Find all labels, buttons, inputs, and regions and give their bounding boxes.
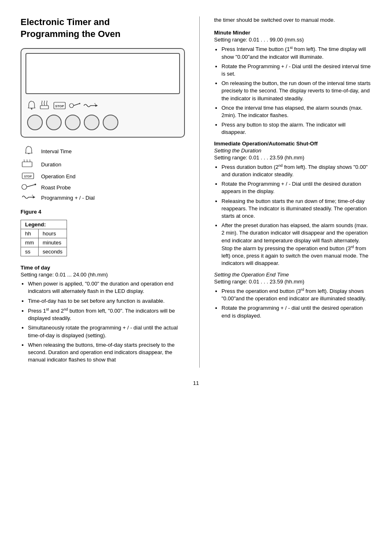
time-of-day-title: Time of day — [21, 265, 185, 271]
setting-operation-end-bullets: Press the operation end button (3rd from… — [214, 287, 371, 320]
legend-meaning-mm: minutes — [38, 238, 67, 247]
sd-bullet-2: Rotate the Programming + / - Dial until … — [221, 180, 371, 195]
tod-bullet-5: When releasing the buttons, time-of-day … — [28, 341, 185, 364]
mm-bullet-3: On releasing the button, the run down of… — [221, 80, 371, 102]
page-title: Electronic Timer and Programming the Ove… — [21, 16, 185, 40]
tod-bullet-1: When power is applied, "0.00" the durati… — [28, 280, 185, 295]
minute-minder-range: Setting range: 0.01 . . . 99.00 (mm.ss) — [214, 37, 371, 43]
tod-bullet-4: Simultaneously rotate the programming + … — [28, 324, 185, 339]
duration-label: Duration — [41, 161, 61, 168]
icon-legend: Interval Time Duration — [21, 145, 185, 202]
legend-table: Legend: hh hours mm minutes ss seconds — [21, 220, 67, 256]
svg-line-22 — [27, 184, 35, 187]
mm-bullet-2: Rotate the Programming + / - Dial until … — [221, 63, 371, 78]
legend-table-row-mm: mm minutes — [21, 238, 67, 247]
setting-operation-end-range: Setting range: 0.01 . . . 23.59 (hh.mm) — [214, 279, 371, 285]
figure-label: Figure 4 — [21, 209, 185, 215]
svg-point-23 — [35, 184, 36, 185]
oven-screen — [25, 53, 180, 94]
soe-bullet-1: Press the operation end button (3rd from… — [221, 287, 371, 303]
immediate-operation-title: Immediate Operation/Automatic Shut-Off — [214, 140, 371, 147]
probe-icon — [69, 101, 81, 110]
svg-line-9 — [74, 104, 80, 106]
mm-bullet-5: Press any button to stop the alarm. The … — [221, 121, 371, 136]
legend-abbr-hh: hh — [21, 229, 39, 238]
svg-point-8 — [69, 104, 74, 108]
oven-button-2[interactable] — [46, 115, 62, 130]
oven-button-3[interactable] — [65, 115, 81, 130]
svg-line-1 — [31, 109, 32, 110]
svg-rect-15 — [22, 162, 32, 167]
svg-text:+: + — [94, 102, 96, 105]
programming-dial-label: Programming + / - Dial — [41, 195, 95, 201]
legend-table-row-ss: ss seconds — [21, 247, 67, 256]
soe-bullet-2: Rotate the programming + / - dial until … — [221, 304, 371, 319]
setting-duration-bullets: Press duration button (2nd from left). T… — [214, 163, 371, 267]
svg-text:+: + — [32, 194, 33, 197]
mm-bullet-1: Press Interval Time button (1st from lef… — [221, 45, 371, 61]
legend-operation-end: STOP Operation End — [21, 171, 185, 182]
mm-bullet-4: Once the interval time has elapsed, the … — [221, 104, 371, 119]
svg-rect-2 — [40, 106, 48, 109]
time-of-day-range: Setting range: 0.01 ... 24.00 (hh.mm) — [21, 272, 185, 278]
dial-icon: + — [83, 101, 99, 110]
stop-icon: STOP — [53, 101, 67, 111]
right-intro-text: the timer should be switched over to man… — [214, 16, 371, 24]
minute-minder-title: Minute Minder — [214, 30, 371, 36]
duration-icon — [21, 159, 37, 170]
time-of-day-bullets: When power is applied, "0.00" the durati… — [21, 280, 185, 364]
minute-minder-bullets: Press Interval Time button (1st from lef… — [214, 45, 371, 136]
operation-end-icon: STOP — [21, 171, 37, 182]
roast-probe-label: Roast Probe — [41, 184, 71, 191]
svg-point-10 — [79, 103, 81, 104]
svg-text:STOP: STOP — [55, 104, 64, 108]
programming-dial-icon: + — [21, 193, 37, 202]
legend-meaning-ss: seconds — [38, 247, 67, 256]
operation-end-label: Operation End — [41, 173, 76, 180]
sd-bullet-4: After the preset duration has elapsed, t… — [221, 222, 371, 267]
oven-button-1[interactable] — [27, 115, 43, 130]
setting-operation-end-label: Setting the Operation End Time — [214, 272, 371, 278]
legend-table-header-row: Legend: — [21, 220, 67, 229]
legend-duration: Duration — [21, 159, 185, 170]
oven-diagram: STOP + — [21, 48, 185, 138]
svg-text:STOP: STOP — [24, 175, 32, 178]
oven-button-row — [25, 113, 180, 133]
setting-duration-label: Setting the Duration — [214, 147, 371, 154]
legend-table-header: Legend: — [21, 220, 67, 229]
legend-abbr-ss: ss — [21, 247, 39, 256]
column-divider — [199, 16, 200, 368]
oven-controls-row: STOP + — [25, 98, 180, 113]
roast-probe-icon — [21, 183, 37, 192]
legend-interval-time: Interval Time — [21, 145, 185, 158]
legend-meaning-hh: hours — [38, 229, 67, 238]
sd-bullet-3: Releasing the button starts the run down… — [221, 198, 371, 220]
interval-time-label: Interval Time — [41, 148, 71, 154]
steam-icon — [39, 101, 50, 111]
legend-roast-probe: Roast Probe — [21, 183, 185, 192]
legend-programming-dial: + Programming + / - Dial — [21, 193, 185, 202]
legend-abbr-mm: mm — [21, 238, 39, 247]
bell-icon — [27, 101, 36, 111]
svg-point-21 — [22, 184, 27, 189]
oven-button-4[interactable] — [84, 115, 99, 130]
tod-bullet-3: Press 1st and 2nd button from left, "0.0… — [28, 307, 185, 322]
sd-bullet-1: Press duration button (2nd from left). T… — [221, 163, 371, 179]
oven-button-5[interactable] — [103, 115, 118, 130]
setting-duration-range: Setting range: 0.01 . . . 23.59 (hh.mm) — [214, 154, 371, 161]
legend-table-row-hh: hh hours — [21, 229, 67, 238]
interval-time-icon — [21, 145, 37, 158]
tod-bullet-2: Time-of-day has to be set before any fun… — [28, 297, 185, 305]
page-number: 11 — [21, 380, 371, 386]
